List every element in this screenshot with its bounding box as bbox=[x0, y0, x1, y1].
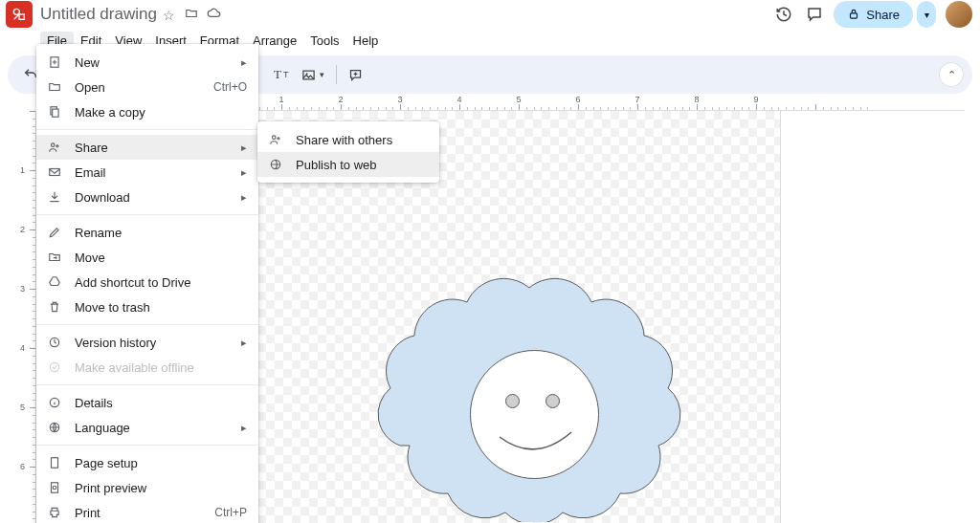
menu-item-rename[interactable]: Rename bbox=[36, 220, 258, 245]
star-icon[interactable]: ☆ bbox=[163, 8, 175, 23]
account-avatar[interactable] bbox=[946, 1, 972, 28]
print-icon bbox=[48, 506, 63, 519]
offline-icon bbox=[48, 360, 63, 374]
cloud-status-icon[interactable] bbox=[207, 8, 221, 23]
globe-icon bbox=[269, 158, 284, 171]
doc-title[interactable]: Untitled drawing bbox=[40, 5, 157, 24]
share-submenu: Share with others Publish to web bbox=[257, 121, 439, 183]
new-icon bbox=[48, 55, 63, 69]
textbox-button[interactable]: TT bbox=[268, 63, 294, 86]
copy-icon bbox=[48, 105, 63, 119]
share-icon bbox=[48, 141, 63, 154]
ruler-vertical: 12345678 bbox=[19, 111, 36, 523]
move-folder-icon[interactable] bbox=[185, 8, 202, 23]
menu-tools[interactable]: Tools bbox=[303, 32, 345, 50]
svg-rect-15 bbox=[52, 483, 58, 493]
menu-item-trash[interactable]: Move to trash bbox=[36, 294, 258, 319]
svg-rect-1 bbox=[19, 14, 24, 19]
comments-icon[interactable] bbox=[801, 1, 828, 28]
menu-item-email[interactable]: Email ▸ bbox=[36, 160, 258, 185]
svg-point-16 bbox=[53, 486, 56, 490]
svg-point-8 bbox=[52, 143, 56, 147]
menu-item-download[interactable]: Download ▸ bbox=[36, 185, 258, 209]
submenu-arrow-icon: ▸ bbox=[241, 166, 247, 179]
svg-rect-2 bbox=[851, 13, 858, 18]
menu-item-add-shortcut[interactable]: Add shortcut to Drive bbox=[36, 270, 258, 294]
email-icon bbox=[48, 165, 63, 179]
folder-icon bbox=[48, 80, 63, 94]
file-menu-dropdown: New ▸ Open Ctrl+O Make a copy Share ▸ Em… bbox=[36, 44, 258, 523]
submenu-arrow-icon: ▸ bbox=[241, 56, 247, 69]
submenu-item-publish-web[interactable]: Publish to web bbox=[257, 152, 439, 177]
history-icon[interactable] bbox=[770, 1, 797, 28]
page-setup-icon bbox=[48, 456, 63, 469]
svg-point-11 bbox=[50, 362, 58, 371]
download-icon bbox=[48, 190, 63, 204]
menu-item-move[interactable]: Move bbox=[36, 245, 258, 270]
menu-item-print[interactable]: Print Ctrl+P bbox=[36, 500, 258, 523]
menu-item-version-history[interactable]: Version history ▸ bbox=[36, 330, 258, 355]
svg-rect-9 bbox=[50, 169, 60, 176]
comment-add-button[interactable] bbox=[343, 64, 368, 86]
submenu-arrow-icon: ▸ bbox=[241, 191, 247, 204]
menu-item-language[interactable]: Language ▸ bbox=[36, 415, 258, 440]
share-icon bbox=[269, 133, 284, 146]
submenu-item-share-others[interactable]: Share with others bbox=[257, 127, 439, 152]
submenu-arrow-icon: ▸ bbox=[241, 337, 247, 349]
trash-icon bbox=[48, 300, 63, 314]
menu-item-page-setup[interactable]: Page setup bbox=[36, 450, 258, 475]
globe-icon bbox=[48, 421, 63, 434]
move-icon bbox=[48, 251, 63, 264]
menu-help[interactable]: Help bbox=[346, 32, 386, 50]
submenu-arrow-icon: ▸ bbox=[241, 422, 247, 434]
share-button[interactable]: Share bbox=[834, 1, 913, 28]
submenu-arrow-icon: ▸ bbox=[241, 142, 247, 154]
shape-smiley-face[interactable] bbox=[470, 350, 599, 479]
collapse-toolbar-button[interactable]: ⌃ bbox=[940, 63, 963, 86]
menu-item-open[interactable]: Open Ctrl+O bbox=[36, 75, 258, 99]
share-dropdown-caret[interactable]: ▾ bbox=[917, 1, 936, 28]
menu-item-offline: Make available offline bbox=[36, 355, 258, 380]
menu-item-make-copy[interactable]: Make a copy bbox=[36, 99, 258, 124]
drive-shortcut-icon bbox=[48, 275, 63, 289]
menu-item-share[interactable]: Share ▸ bbox=[36, 135, 258, 160]
svg-rect-7 bbox=[53, 109, 58, 117]
rename-icon bbox=[48, 226, 63, 239]
svg-point-17 bbox=[273, 136, 277, 140]
history-icon bbox=[48, 336, 63, 349]
print-preview-icon bbox=[48, 481, 63, 494]
app-logo[interactable] bbox=[6, 1, 33, 28]
svg-rect-14 bbox=[52, 458, 58, 469]
info-icon bbox=[48, 396, 63, 409]
menu-item-print-preview[interactable]: Print preview bbox=[36, 475, 258, 500]
share-button-label: Share bbox=[866, 8, 900, 22]
menu-item-details[interactable]: Details bbox=[36, 390, 258, 415]
menu-item-new[interactable]: New ▸ bbox=[36, 50, 258, 75]
image-button[interactable]: ▾ bbox=[296, 64, 330, 86]
